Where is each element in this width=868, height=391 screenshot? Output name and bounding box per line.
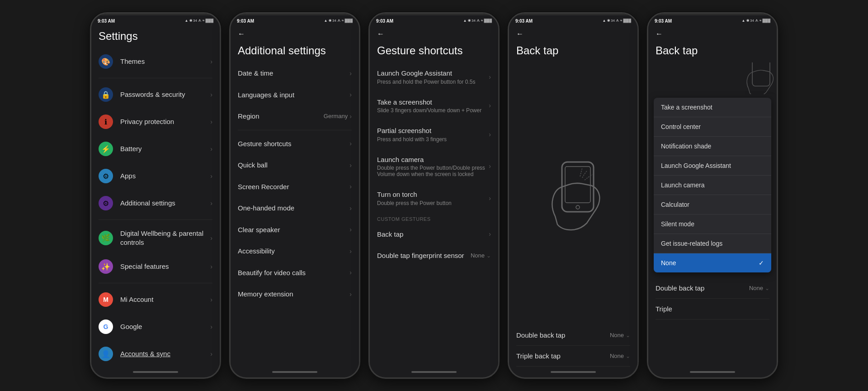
apps-label: Apps — [120, 172, 210, 181]
item-screen-recorder[interactable]: Screen Recorder › — [231, 176, 359, 198]
status-icons-3: ▲ ◉ 34 ᗑ ≋ ▓▓▓ — [463, 19, 492, 23]
svg-point-2 — [576, 205, 580, 209]
item-memory[interactable]: Memory extension › — [231, 283, 359, 305]
item-double-tap-fingerprint[interactable]: Double tap fingerprint sensor None ⌄ — [370, 245, 498, 267]
home-indicator-1 — [91, 367, 220, 377]
passwords-label: Passwords & security — [120, 90, 210, 99]
home-indicator-5 — [648, 367, 777, 377]
dropdown-launch-camera[interactable]: Launch camera — [654, 176, 771, 195]
item-back-tap[interactable]: Back tap › — [370, 224, 498, 245]
item-launch-assistant[interactable]: Launch Google Assistant Press and hold t… — [370, 62, 498, 91]
back-button-2[interactable]: ← — [238, 30, 245, 38]
status-bar-1: 9:03 AM ▲ ◉ 34 ᗑ ≋ ▓▓▓ — [91, 14, 220, 26]
dropdown-none[interactable]: None ✓ — [654, 253, 771, 272]
screen-recorder-label: Screen Recorder — [238, 182, 349, 191]
screen-recorder-content: Screen Recorder — [238, 182, 349, 191]
back-button-5[interactable]: ← — [656, 30, 663, 38]
phone-4: 9:03 AM ▲ ◉ 34 ᗑ ≋ ▓▓▓ ← Back tap — [508, 12, 639, 379]
settings-list-2[interactable]: Date & time › Languages & input › Region… — [231, 62, 359, 367]
dropdown-issue-logs[interactable]: Get issue-related logs — [654, 234, 771, 253]
clear-speaker-chevron: › — [349, 226, 352, 233]
item-accessibility[interactable]: Accessibility › — [231, 240, 359, 262]
accounts-label: Accounts & sync — [120, 349, 210, 358]
screen-4: ← Back tap Double back tap — [509, 26, 637, 367]
settings-list-3[interactable]: Launch Google Assistant Press and hold t… — [370, 62, 498, 367]
item-clear-speaker[interactable]: Clear speaker › — [231, 219, 359, 241]
settings-item-privacy[interactable]: ℹ Privacy protection › — [91, 108, 220, 135]
launch-assistant-content: Launch Google Assistant Press and hold t… — [377, 69, 489, 85]
back-button-3[interactable]: ← — [377, 30, 384, 38]
item-one-handed[interactable]: One-handed mode › — [231, 197, 359, 219]
dropdown-notification-shade[interactable]: Notification shade — [654, 137, 771, 156]
home-bar-1 — [133, 371, 178, 373]
memory-chevron: › — [349, 291, 352, 298]
google-icon: G — [99, 319, 113, 334]
languages-label: Languages & input — [238, 91, 349, 100]
settings-item-miaccount[interactable]: M Mi Account › — [91, 286, 220, 313]
gesture-shortcuts-chevron: › — [349, 140, 352, 147]
launch-assistant-label: Launch Google Assistant — [377, 69, 489, 78]
item-quickball[interactable]: Quick ball › — [231, 154, 359, 176]
item-gesture-shortcuts[interactable]: Gesture shortcuts › — [231, 133, 359, 155]
settings-item-accounts[interactable]: 👤 Accounts & sync › — [91, 340, 220, 367]
dropdown-silent-mode[interactable]: Silent mode — [654, 215, 771, 234]
screen-3: ← Gesture shortcuts Launch Google Assist… — [370, 26, 498, 367]
dropdown-calculator[interactable]: Calculator — [654, 195, 771, 215]
home-bar-4 — [551, 371, 596, 373]
settings-list-1[interactable]: 🎨 Themes › 🔒 Passwords & security › ℹ Pr… — [91, 48, 220, 367]
settings-item-digitalwellbeing[interactable]: 🌿 Digital Wellbeing & parental controls … — [91, 223, 220, 253]
dropdown-control-center[interactable]: Control center — [654, 117, 771, 137]
back-tap-options: Double back tap None ⌄ Triple back tap N… — [509, 325, 637, 367]
privacy-icon: ℹ — [99, 114, 113, 129]
item-languages[interactable]: Languages & input › — [231, 84, 359, 106]
item-take-screenshot[interactable]: Take a screenshot Slide 3 fingers down/V… — [370, 91, 498, 120]
dropdown-menu[interactable]: Take a screenshot Control center Notific… — [654, 98, 771, 272]
settings-item-battery[interactable]: ⚡ Battery › — [91, 135, 220, 162]
status-icons-2: ▲ ◉ 34 ᗑ ≋ ▓▓▓ — [324, 19, 353, 23]
nav-bar-5: ← — [648, 26, 777, 41]
item-region[interactable]: Region Germany › — [231, 105, 359, 127]
settings-item-special[interactable]: ✨ Special features › — [91, 253, 220, 280]
phone-1: 9:03 AM ▲ ◉ 34 ᗑ ≋ ▓▓▓ Settings 🎨 Themes… — [90, 12, 221, 379]
settings-item-apps[interactable]: ⚙ Apps › — [91, 162, 220, 190]
partial-triple-back-tap-row[interactable]: Triple — [656, 299, 769, 319]
languages-content: Languages & input — [238, 91, 349, 100]
memory-label: Memory extension — [238, 290, 349, 299]
item-partial-screenshot[interactable]: Partial screenshot Press and hold with 3… — [370, 120, 498, 149]
partial-double-back-tap-row[interactable]: Double back tap None ⌄ — [656, 278, 769, 299]
launch-camera-sublabel: Double press the Power button/Double pre… — [377, 165, 489, 177]
battery-chevron: › — [210, 145, 212, 153]
back-button-4[interactable]: ← — [516, 30, 524, 38]
launch-assistant-chevron: › — [489, 73, 491, 81]
triple-back-tap-row[interactable]: Triple back tap None ⌄ — [516, 346, 630, 367]
region-label: Region — [238, 112, 324, 121]
settings-item-passwords[interactable]: 🔒 Passwords & security › — [91, 81, 220, 108]
item-torch[interactable]: Turn on torch Double press the Power but… — [370, 184, 498, 213]
double-tap-fingerprint-arrow: ⌄ — [486, 253, 491, 259]
accounts-chevron: › — [210, 350, 212, 358]
status-bar-5: 9:03 AM ▲ ◉ 34 ᗑ ≋ ▓▓▓ — [648, 14, 777, 26]
partial-screenshot-sublabel: Press and hold with 3 fingers — [377, 136, 489, 143]
status-icons-5: ▲ ◉ 34 ᗑ ≋ ▓▓▓ — [742, 19, 770, 23]
take-screenshot-label: Take a screenshot — [377, 98, 489, 107]
settings-item-themes[interactable]: 🎨 Themes › — [91, 48, 220, 75]
settings-item-additional[interactable]: ⚙ Additional settings › — [91, 190, 220, 217]
item-launch-camera[interactable]: Launch camera Double press the Power but… — [370, 149, 498, 184]
accounts-content: Accounts & sync — [120, 349, 210, 358]
take-screenshot-sublabel: Slide 3 fingers down/Volume down + Power — [377, 107, 489, 114]
item-datetime[interactable]: Date & time › — [231, 62, 359, 84]
dropdown-issue-logs-label: Get issue-related logs — [661, 240, 722, 247]
one-handed-label: One-handed mode — [238, 204, 349, 213]
settings-item-google[interactable]: G Google › — [91, 313, 220, 340]
partial-screenshot-label: Partial screenshot — [377, 126, 489, 135]
dropdown-take-screenshot[interactable]: Take a screenshot — [654, 98, 771, 117]
one-handed-content: One-handed mode — [238, 204, 349, 213]
languages-chevron: › — [349, 91, 352, 98]
divider-2 — [99, 219, 212, 220]
double-back-tap-row[interactable]: Double back tap None ⌄ — [516, 325, 630, 346]
screen-2: ← Additional settings Date & time › Lang… — [231, 26, 359, 367]
item-beautify[interactable]: Beautify for video calls › — [231, 262, 359, 284]
back-tap-content: Back tap — [377, 230, 489, 239]
additional-label: Additional settings — [120, 199, 210, 208]
dropdown-launch-google-assistant[interactable]: Launch Google Assistant — [654, 156, 771, 176]
